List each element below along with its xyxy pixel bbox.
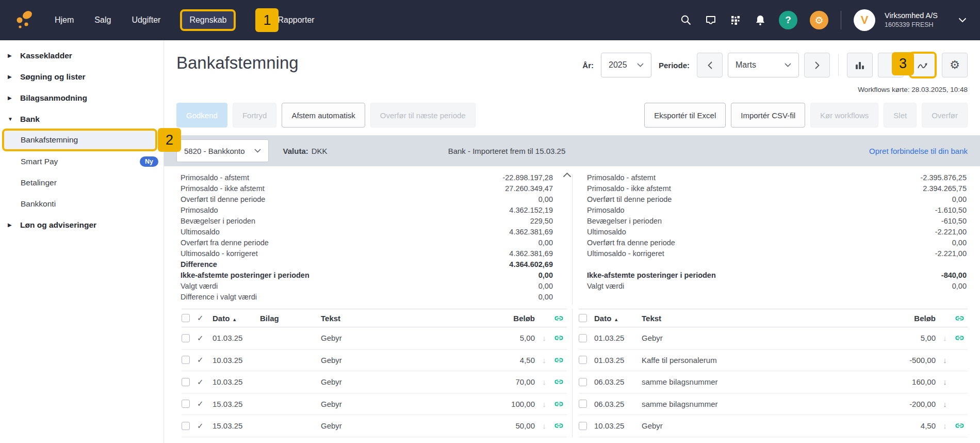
connect-bank-link[interactable]: Opret forbindelse til din bank — [869, 147, 968, 155]
app-logo-icon[interactable] — [13, 9, 36, 31]
move-down-arrow-icon[interactable]: ↓ — [538, 400, 550, 408]
overfor-til-naeste-periode-button[interactable]: Overfør til næste periode — [370, 103, 476, 128]
collapse-summary-icon[interactable] — [563, 170, 571, 180]
sidebar-group-lon-og-adviseringer[interactable]: ▶Løn og adviseringer — [0, 214, 164, 235]
company-name: Virksomhed A/S — [885, 11, 938, 21]
nav-item-hjem[interactable]: Hjem — [54, 11, 75, 29]
reconciliation-tables: ✓Dato▲BilagTekstBeløb✓01.03.25Gebyr5,00↓… — [164, 309, 980, 437]
summary-row: Valgt værdi0,00 — [181, 281, 553, 292]
move-down-arrow-icon[interactable]: ↓ — [538, 334, 550, 342]
text-column-header[interactable]: Tekst — [321, 314, 476, 323]
row-checkbox[interactable] — [579, 334, 587, 342]
row-checkbox[interactable] — [182, 334, 190, 342]
row-checkbox[interactable] — [579, 356, 587, 364]
move-down-arrow-icon[interactable]: ↓ — [538, 421, 550, 430]
row-checkbox[interactable] — [182, 356, 190, 364]
summary-row: Difference i valgt værdi0,00 — [181, 292, 553, 303]
date-column-header[interactable]: Dato▲ — [213, 314, 260, 323]
entry-text: Gebyr — [321, 356, 476, 365]
summary-row: Overført fra denne periode0,00 — [181, 238, 553, 248]
fortryd-button[interactable]: Fortryd — [233, 103, 277, 128]
entry-date: 01.03.25 — [594, 334, 642, 342]
workflows-button[interactable] — [911, 54, 935, 76]
summary-divider — [572, 175, 573, 305]
match-link-icon[interactable] — [550, 421, 567, 431]
search-icon[interactable] — [680, 14, 692, 26]
help-button[interactable]: ? — [779, 11, 797, 29]
afstem-automatisk-button[interactable]: Afstem automatisk — [282, 103, 365, 128]
move-down-arrow-icon[interactable]: ↓ — [939, 334, 951, 342]
annotation-badge-1: 1 — [255, 8, 279, 32]
move-down-arrow-icon[interactable]: ↓ — [538, 356, 550, 365]
select-all-checkbox[interactable] — [579, 314, 587, 322]
slet-button[interactable]: Slet — [884, 103, 917, 128]
row-checkbox[interactable] — [182, 400, 190, 408]
year-select[interactable]: 2025 — [601, 53, 651, 77]
summary-value: 4.364.602,69 — [509, 259, 553, 270]
eksport-r-til-excel-button[interactable]: Eksportér til Excel — [644, 103, 726, 128]
row-checkbox[interactable] — [579, 378, 587, 386]
apps-grid-icon[interactable] — [729, 14, 742, 26]
sidebar-group-bilagsanmodning[interactable]: ▶Bilagsanmodning — [0, 87, 164, 108]
entry-amount: 70,00 — [476, 377, 538, 386]
table-settings-button[interactable]: ⚙ — [942, 53, 968, 77]
import-r-csv-fil-button[interactable]: Importér CSV-fil — [731, 103, 805, 128]
summary-value: -610,50 — [941, 216, 967, 227]
nav-item-udgifter[interactable]: Udgifter — [130, 11, 161, 29]
sidebar-item-smart-pay[interactable]: Smart PayNy — [0, 151, 164, 172]
amount-column-header[interactable]: Beløb — [867, 314, 939, 323]
ledger-entry-row: ✓15.03.25Gebyr50,00↓ — [182, 415, 567, 437]
entry-text: Gebyr — [642, 421, 867, 430]
move-down-arrow-icon[interactable]: ↓ — [939, 356, 951, 365]
nav-item-salg[interactable]: Salg — [93, 11, 112, 29]
row-checkbox[interactable] — [182, 378, 190, 386]
select-all-checkbox[interactable] — [182, 314, 190, 322]
date-column-header[interactable]: Dato▲ — [594, 314, 642, 323]
company-info[interactable]: Virksomhed A/S 1605339 FRESH — [885, 11, 938, 29]
move-down-arrow-icon[interactable]: ↓ — [939, 377, 951, 386]
text-column-header[interactable]: Tekst — [642, 314, 867, 323]
row-checkbox[interactable] — [182, 422, 190, 430]
godkend-button[interactable]: Godkend — [176, 103, 227, 128]
sidebar-item-bankkonti[interactable]: Bankkonti — [0, 193, 164, 214]
nav-item-rapporter[interactable]: Rapporter — [276, 11, 315, 29]
move-down-arrow-icon[interactable]: ↓ — [939, 400, 951, 408]
match-link-icon[interactable] — [550, 355, 567, 365]
match-link-icon[interactable] — [951, 421, 968, 431]
match-link-icon[interactable] — [550, 399, 567, 409]
next-period-button[interactable] — [804, 53, 830, 77]
sidebar-item-bankafstemning[interactable]: Bankafstemning — [4, 131, 155, 149]
sort-ascending-icon: ▲ — [614, 317, 618, 322]
sidebar-item-betalinger[interactable]: Betalinger — [0, 172, 164, 193]
kor-workflows-button[interactable]: Kør workflows — [810, 103, 878, 128]
move-down-arrow-icon[interactable]: ↓ — [538, 377, 550, 386]
match-link-icon[interactable] — [951, 333, 968, 343]
summary-label: Bevægelser i perioden — [587, 216, 662, 227]
row-checkbox[interactable] — [579, 400, 587, 408]
match-link-icon[interactable] — [550, 333, 567, 343]
period-select[interactable]: Marts — [728, 53, 799, 77]
reconciled-check-icon: ✓ — [197, 421, 213, 431]
bank-account-select[interactable]: 5820 - Bankkonto — [176, 139, 269, 162]
sidebar-group-kassekladder[interactable]: ▶Kassekladder — [0, 45, 164, 66]
inbox-icon[interactable] — [705, 14, 717, 26]
previous-period-button[interactable] — [697, 53, 723, 77]
match-link-icon[interactable] — [951, 313, 968, 323]
overfor-button[interactable]: Overfør — [922, 103, 968, 128]
voucher-column-header[interactable]: Bilag — [260, 314, 321, 323]
move-down-arrow-icon[interactable]: ↓ — [939, 421, 951, 430]
sidebar-group-sogning-og-lister[interactable]: ▶Søgning og lister — [0, 66, 164, 87]
match-link-icon[interactable] — [550, 377, 567, 387]
settings-circle-button[interactable]: ⚙ — [810, 11, 828, 29]
sidebar-group-bank[interactable]: ▼Bank — [0, 108, 164, 130]
row-checkbox[interactable] — [579, 422, 587, 430]
chart-button[interactable] — [847, 53, 873, 77]
match-link-icon[interactable] — [550, 313, 567, 323]
avatar[interactable]: V — [854, 9, 875, 31]
nav-item-regnskab[interactable]: Regnskab — [180, 9, 236, 31]
amount-column-header[interactable]: Beløb — [476, 314, 538, 323]
entry-amount: 160,00 — [867, 377, 939, 386]
chevron-down-icon[interactable] — [958, 15, 967, 25]
notifications-bell-icon[interactable] — [754, 14, 766, 26]
entry-text: samme bilagsnummer — [642, 400, 867, 408]
